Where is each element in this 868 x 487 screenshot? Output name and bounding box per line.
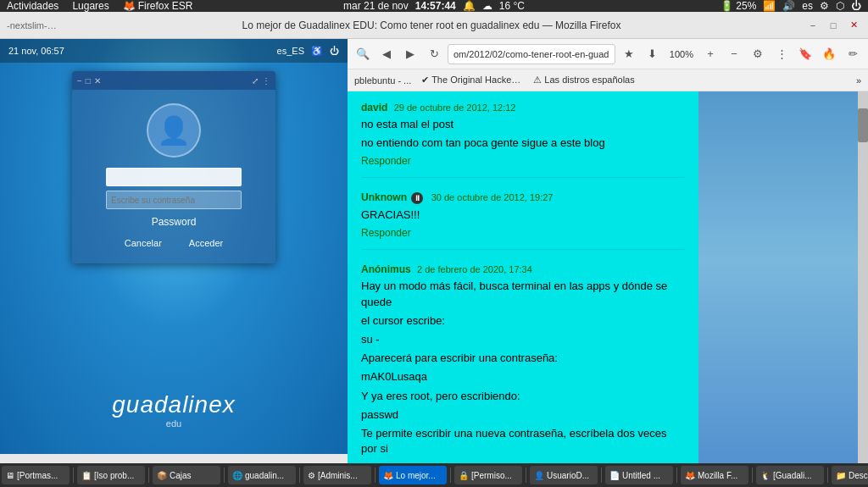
browser-titlebar: -nextslim-instalador-centros-2016122... … xyxy=(0,12,868,39)
zoom-level: 100% xyxy=(666,49,697,59)
activities-btn[interactable]: Actividades xyxy=(7,0,58,12)
task-label-guadali2: [Guadali... xyxy=(773,471,812,480)
taskbar-untitled[interactable]: 📄 Untitled ... xyxy=(605,466,673,484)
dialog-close-btn[interactable]: ✕ xyxy=(94,76,101,86)
task-sep-11 xyxy=(827,468,828,483)
task-label-descargas: Descargas xyxy=(849,471,868,480)
comment-text-an-5: Y ya eres root, pero escribiendo: xyxy=(361,389,685,404)
bookmark-hacker[interactable]: ✔ The Original Hacker. D... xyxy=(421,75,523,86)
password-field[interactable] xyxy=(106,191,242,209)
task-icon-usuariod: 👤 xyxy=(534,471,544,480)
taskbar-adminis[interactable]: ⚙ [Adminis... xyxy=(303,466,371,484)
battery-indicator: 🔋 25% xyxy=(721,0,756,12)
task-label-portmas: [Portmas... xyxy=(17,471,58,480)
taskbar-usuariod[interactable]: 👤 UsuarioD... xyxy=(530,466,598,484)
search-icon: 🔍 xyxy=(353,44,373,64)
bookmark-btn[interactable]: ★ xyxy=(619,44,639,64)
minimize-btn[interactable]: − xyxy=(805,18,821,33)
accept-button[interactable]: Acceder xyxy=(184,236,228,250)
more-btn[interactable]: ⋮ xyxy=(771,44,792,64)
comment-text-an-0: Hay un modo más fácil, busca terminal en… xyxy=(361,279,685,309)
task-icon-adminis: ⚙ xyxy=(308,471,315,480)
password-label: Password xyxy=(152,216,197,228)
power-icon[interactable]: ⏻ xyxy=(851,0,861,12)
taskbar-guadalin[interactable]: 🌐 guadalin... xyxy=(228,466,296,484)
task-sep-4 xyxy=(299,468,300,483)
username-field[interactable] xyxy=(106,168,242,186)
taskbar-items: 🖥 [Portmas... 📋 [Iso prob... 📦 Cajas 🌐 g… xyxy=(2,466,866,484)
taskbar-isoprob[interactable]: 📋 [Iso prob... xyxy=(77,466,145,484)
task-label-mozillaf: Mozilla F... xyxy=(698,471,737,480)
taskbar-permiso[interactable]: 🔒 [Permiso... xyxy=(454,466,522,484)
firefox-icon: 🦊 xyxy=(123,0,136,12)
taskbar-portmas[interactable]: 🖥 [Portmas... xyxy=(2,466,70,484)
comment-text-an-7: Te permite escribir una nueva contraseña… xyxy=(361,426,685,457)
volume-icon[interactable]: 🔊 xyxy=(782,0,795,12)
weather-icon: ☁ xyxy=(482,0,492,12)
comment-anonimus: Anónimus 2 de febrero de 2020, 17:34 Hay… xyxy=(361,263,685,487)
reply-link-unknown[interactable]: Responder xyxy=(361,227,411,239)
download-btn[interactable]: ⬇ xyxy=(643,44,663,64)
task-icon-descargas: 📁 xyxy=(836,471,846,480)
scrollbar-thumb[interactable] xyxy=(858,108,868,142)
task-sep-6 xyxy=(450,468,451,483)
task-sep-8 xyxy=(601,468,602,483)
bookmark-star-icon[interactable]: 🔖 xyxy=(795,44,815,64)
dialog-maximize-btn[interactable]: □ xyxy=(86,76,91,86)
lockscreen-dialog: − □ ✕ ⤢ ⋮ 👤 xyxy=(72,71,275,263)
dialog-minimize-btn[interactable]: − xyxy=(77,76,82,86)
task-sep-3 xyxy=(224,468,225,483)
comment-text-david-1: no entiendo com tan poca gente sigue a e… xyxy=(361,136,685,151)
comment-text-unknown: GRACIAS!!! xyxy=(361,208,685,223)
task-sep-7 xyxy=(526,468,526,483)
temperature: 16 °C xyxy=(499,0,525,12)
taskbar-descargas[interactable]: 📁 Descargas xyxy=(832,466,868,484)
bookmark-distros[interactable]: ⚠ Las distros españolas xyxy=(533,75,634,86)
taskbar-mozillaf[interactable]: 🦊 Mozilla F... xyxy=(681,466,748,484)
reply-link-david[interactable]: Responder xyxy=(361,155,411,167)
dialog-resize-icon[interactable]: ⤢ xyxy=(252,76,259,86)
forward-btn[interactable]: ▶ xyxy=(400,44,420,64)
lp-power-icon[interactable]: ⏻ xyxy=(330,46,339,56)
taskbar-lomejor[interactable]: 🦊 Lo mejor... xyxy=(379,466,447,484)
lp-accessibility-icon[interactable]: ♿ xyxy=(311,46,323,57)
places-btn[interactable]: Lugares xyxy=(72,0,108,12)
settings-btn[interactable]: ⚙ xyxy=(748,44,768,64)
comment-feed[interactable]: david 29 de octubre de 2012, 12:12 no es… xyxy=(348,91,698,487)
bookmarks-more-btn[interactable]: » xyxy=(856,75,861,86)
taskbar-cajas[interactable]: 📦 Cajas xyxy=(153,466,220,484)
dialog-titlebar: − □ ✕ ⤢ ⋮ xyxy=(72,71,275,90)
zoom-in-btn[interactable]: + xyxy=(700,44,721,64)
lang-indicator[interactable]: es xyxy=(802,0,813,12)
vertical-scrollbar[interactable] xyxy=(858,91,868,487)
task-label-permiso: [Permiso... xyxy=(471,471,512,480)
pencil-icon[interactable]: ✏ xyxy=(843,44,863,64)
zoom-minus-btn[interactable]: − xyxy=(724,44,744,64)
refresh-btn[interactable]: ↻ xyxy=(424,44,444,64)
back-btn[interactable]: ◀ xyxy=(376,44,397,64)
task-sep-1 xyxy=(73,468,74,483)
bookmarks-bar: pblebuntu - ... ✔ The Original Hacker. D… xyxy=(348,69,868,91)
task-label-cajas: Cajas xyxy=(170,471,192,480)
network-icon[interactable]: 📶 xyxy=(763,0,776,12)
dialog-right-btns: ⤢ ⋮ xyxy=(252,76,270,86)
settings-icon[interactable]: ⚙ xyxy=(820,0,829,12)
bluetooth-icon[interactable]: ⬡ xyxy=(836,0,844,12)
notification-icon[interactable]: 🔔 xyxy=(463,0,476,12)
task-icon-permiso: 🔒 xyxy=(459,471,469,480)
dialog-more-icon[interactable]: ⋮ xyxy=(262,76,270,86)
taskbar-guadali2[interactable]: 🐧 [Guadali... xyxy=(756,466,824,484)
maximize-btn[interactable]: □ xyxy=(826,18,841,33)
lockscreen-date: 21 nov, 06:57 xyxy=(8,46,64,56)
cancel-button[interactable]: Cancelar xyxy=(120,236,167,250)
task-sep-5 xyxy=(375,468,376,483)
address-bar[interactable] xyxy=(448,44,615,64)
bookmark-plebuntu[interactable]: pblebuntu - ... xyxy=(354,75,411,86)
lp-lang: es_ES xyxy=(277,46,304,56)
comment-author-anonimus: Anónimus 2 de febrero de 2020, 17:34 xyxy=(361,263,685,275)
sys-date: mar 21 de nov xyxy=(343,0,409,12)
firefox-menu[interactable]: 🦊 Firefox ESR xyxy=(123,0,193,12)
task-label-guadalin: guadalin... xyxy=(245,471,284,480)
close-btn[interactable]: ✕ xyxy=(846,18,861,33)
page-content: david 29 de octubre de 2012, 12:12 no es… xyxy=(348,91,868,487)
